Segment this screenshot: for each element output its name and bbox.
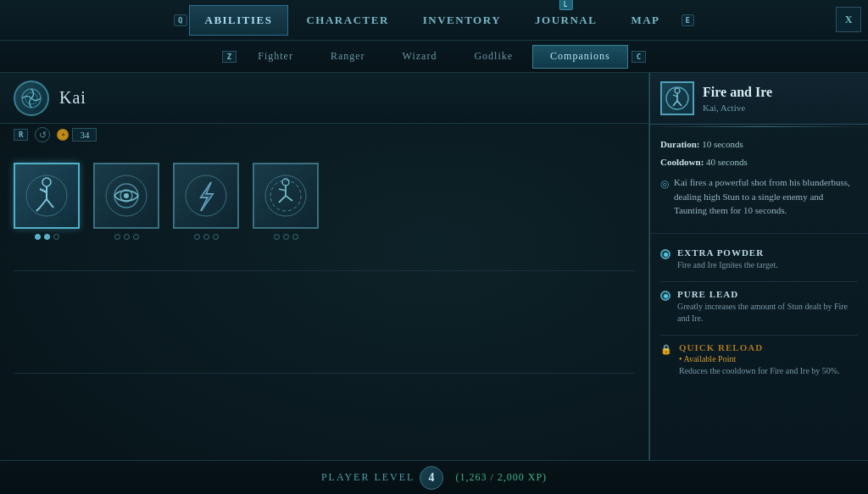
svg-point-12 [282, 179, 289, 186]
refresh-icon: ↺ [39, 130, 47, 141]
dot [124, 234, 130, 240]
z-key-badge: Z [222, 51, 236, 63]
lock-icon: 🔒 [660, 344, 672, 377]
svg-point-3 [42, 178, 51, 186]
close-button[interactable]: X [836, 7, 861, 32]
cooldown-value: 40 seconds [706, 157, 748, 167]
tab-ranger[interactable]: Ranger [313, 45, 383, 69]
ability-card-2[interactable] [93, 163, 159, 240]
svg-point-14 [675, 88, 680, 93]
quick-reload-content: QUICK RELOAD • Available Point Reduces t… [679, 342, 840, 377]
xp-text: (1,263 / 2,000 XP) [455, 471, 547, 484]
map-tab-label: MAP [631, 14, 659, 27]
level-value: 4 [428, 471, 435, 485]
ability-detail-info: Fire and Ire Kai, Active [703, 84, 772, 112]
body-separator [650, 233, 868, 234]
extra-powder-content: EXTRA POWDER Fire and Ire Ignites the ta… [677, 247, 778, 271]
svg-point-8 [124, 193, 129, 198]
ability-1-dots [35, 234, 59, 240]
available-point-text: • Available Point [679, 354, 840, 364]
player-level-label: PLAYER LEVEL [321, 471, 415, 484]
ability-detail-icon [660, 81, 694, 115]
character-icon-svg [19, 86, 44, 111]
ability-kick-icon [25, 174, 69, 218]
content-area: Kai R ↺ ✦ 34 [0, 73, 868, 460]
duration-row: Duration: 10 seconds [660, 137, 858, 152]
detail-ability-svg [665, 86, 690, 111]
description-text: Kai fires a powerful shot from his blund… [674, 175, 858, 218]
quick-reload-title: QUICK RELOAD [679, 342, 840, 352]
inventory-tab-label: INVENTORY [423, 14, 501, 27]
left-panel: Kai R ↺ ✦ 34 [0, 73, 649, 460]
abilities-grid [0, 149, 648, 253]
detail-body: Duration: 10 seconds Cooldown: 40 second… [650, 129, 868, 226]
journal-tab-label: JOURNAL [535, 14, 597, 27]
ability-card-4[interactable] [253, 163, 319, 240]
extra-powder-radio[interactable] [660, 249, 670, 259]
godlike-tab-label: Godlike [474, 50, 513, 63]
ability-icon-4[interactable] [253, 163, 319, 229]
ability-detail-header: Fire and Ire Kai, Active [650, 73, 868, 125]
refresh-button[interactable]: ↺ [35, 127, 50, 142]
tab-map[interactable]: MAP [615, 5, 676, 36]
extra-powder-desc: Fire and Ire Ignites the target. [677, 259, 778, 271]
pure-lead-desc: Greatly increases the amount of Stun dea… [677, 301, 858, 325]
top-nav: Q ABILITIES CHARACTER INVENTORY L JOURNA… [0, 0, 868, 41]
ability-card-1[interactable] [14, 163, 80, 240]
tab-fighter[interactable]: Fighter [240, 45, 311, 69]
character-controls: R ↺ ✦ 34 [0, 124, 648, 149]
status-bar: PLAYER LEVEL 4 (1,263 / 2,000 XP) [0, 460, 868, 494]
player-level-badge: 4 [420, 466, 443, 490]
pure-lead-title: PURE LEAD [677, 289, 858, 299]
tab-character[interactable]: CHARACTER [290, 5, 404, 36]
duration-value: 10 seconds [702, 139, 743, 149]
header-separator [650, 126, 868, 127]
tab-companions[interactable]: Companions [532, 45, 628, 69]
upgrade-pure-lead[interactable]: PURE LEAD Greatly increases the amount o… [660, 289, 858, 325]
ability-description: ◎ Kai fires a powerful shot from his blu… [660, 175, 858, 218]
dot [203, 234, 209, 240]
dot [133, 234, 139, 240]
ability-3-dots [194, 234, 219, 240]
pure-lead-content: PURE LEAD Greatly increases the amount o… [677, 289, 858, 325]
dot [35, 234, 41, 240]
pure-lead-radio[interactable] [660, 291, 670, 301]
dot [53, 234, 59, 240]
ability-detail-title: Fire and Ire [703, 84, 772, 100]
upgrade-separator-2 [660, 335, 858, 336]
tab-journal[interactable]: L JOURNAL [519, 5, 613, 36]
tab-wizard[interactable]: Wizard [385, 45, 455, 69]
e-key-badge: E [682, 14, 694, 26]
quick-reload-desc: Reduces the cooldown for Fire and Ire by… [679, 365, 840, 377]
dot [194, 234, 200, 240]
upgrade-quick-reload[interactable]: 🔒 QUICK RELOAD • Available Point Reduces… [660, 342, 858, 377]
ability-icon-1[interactable] [14, 163, 80, 229]
tab-abilities[interactable]: ABILITIES [189, 5, 289, 36]
cooldown-row: Cooldown: 40 seconds [660, 155, 858, 169]
upgrade-extra-powder[interactable]: EXTRA POWDER Fire and Ire Ignites the ta… [660, 247, 858, 271]
dot [213, 234, 219, 240]
upgrade-separator-1 [660, 281, 858, 282]
character-name: Kai [59, 88, 86, 108]
ability-run-icon [264, 174, 308, 218]
ability-4-dots [274, 234, 298, 240]
coin-symbol: ✦ [60, 131, 66, 139]
cooldown-label: Cooldown: [660, 157, 704, 167]
character-tab-label: CHARACTER [306, 14, 388, 27]
ability-eye-icon [104, 174, 148, 218]
ability-2-dots [114, 234, 139, 240]
description-bullet: ◎ [660, 176, 669, 218]
wizard-tab-label: Wizard [403, 50, 437, 63]
main-container: Q ABILITIES CHARACTER INVENTORY L JOURNA… [0, 0, 868, 494]
tab-godlike[interactable]: Godlike [456, 45, 531, 69]
extra-powder-title: EXTRA POWDER [677, 247, 778, 258]
ability-icon-3[interactable] [173, 163, 239, 229]
dot [114, 234, 120, 240]
abilities-tab-label: ABILITIES [205, 14, 273, 27]
ranger-tab-label: Ranger [331, 50, 365, 63]
ability-card-3[interactable] [173, 163, 239, 240]
count-badge: 34 [72, 128, 97, 142]
ability-icon-2[interactable] [93, 163, 159, 229]
sub-nav: Z Fighter Ranger Wizard Godlike Companio… [0, 41, 868, 73]
tab-inventory[interactable]: INVENTORY [407, 5, 517, 36]
